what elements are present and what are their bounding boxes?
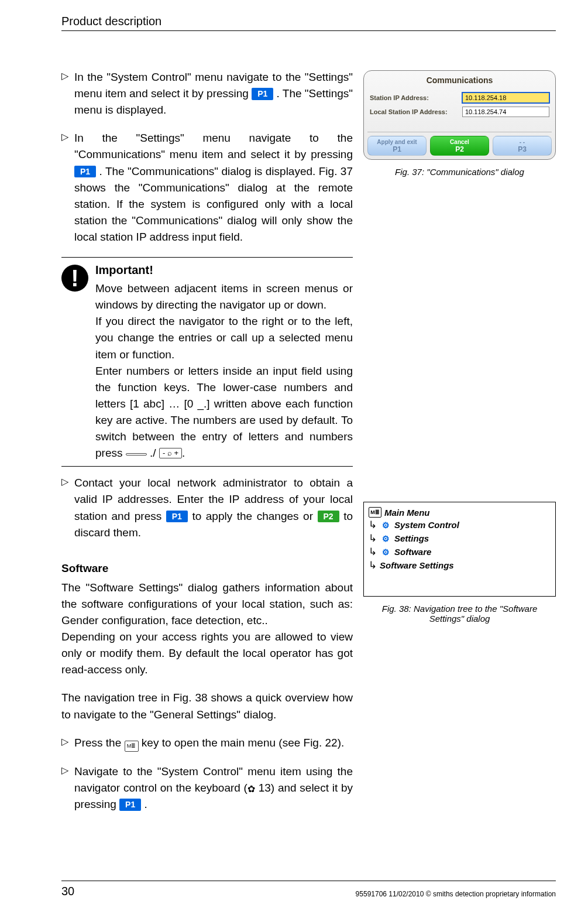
apply-and-exit-button[interactable]: Apply and exit P1	[367, 136, 427, 156]
button-label: Apply and exit	[369, 139, 425, 146]
step-bullet: ▷	[61, 130, 74, 245]
note-title: Important!	[95, 263, 353, 277]
p2-key: P2	[318, 511, 339, 523]
gear-icon: ⚙	[380, 533, 391, 544]
communications-dialog: Communications Station IP Address: Local…	[363, 70, 556, 160]
p1-key: P1	[252, 88, 273, 100]
step-bullet: ▷	[61, 69, 74, 118]
nav-tree-figure: M≣ Main Menu ↳ ⚙ System Control ↳ ⚙ Sett…	[363, 502, 556, 597]
button-key: P3	[494, 146, 550, 154]
subarrow-icon: ↳	[369, 559, 377, 571]
header-rule	[61, 30, 556, 31]
body-paragraph: The "Software Settings" dialog gathers i…	[61, 580, 353, 629]
page-number: 30	[61, 885, 74, 898]
local-station-ip-label: Local Station IP Address:	[370, 108, 458, 115]
p1-key: P1	[166, 511, 188, 523]
text-fragment: .	[182, 447, 185, 459]
exclamation-icon: !	[61, 265, 88, 292]
note-paragraph: Move between adjacent items in screen me…	[95, 280, 353, 313]
noop-button[interactable]: - - P3	[493, 136, 552, 156]
step-item: ▷ In the "System Control" menu navigate …	[61, 69, 353, 118]
body-paragraph: Depending on your access rights you are …	[61, 629, 353, 678]
step-item: ▷ Contact your local network administrat…	[61, 475, 353, 540]
body-paragraph: The navigation tree in Fig. 38 shows a q…	[61, 690, 353, 722]
button-key: P1	[369, 146, 425, 154]
subarrow-icon: ↳	[369, 532, 377, 544]
menu-key-icon: M≣	[125, 741, 139, 752]
step-item: ▷ Navigate to the "System Control" menu …	[61, 763, 353, 813]
button-label: Cancel	[432, 139, 487, 146]
figure-38-caption: Fig. 38: Navigation tree to the "Softwar…	[363, 604, 556, 624]
step-bullet: ▷	[61, 475, 74, 540]
pointer-icon: ✿	[247, 782, 255, 796]
step-text: In the "System Control" menu navigate to…	[74, 69, 353, 118]
text-fragment: In the "Settings" menu navigate to the "…	[74, 132, 353, 160]
p1-key: P1	[119, 799, 141, 811]
figure-37-caption: Fig. 37: "Communications" dialog	[363, 167, 556, 177]
text-fragment: ./	[150, 447, 159, 459]
button-key: P2	[432, 146, 487, 154]
text-fragment: to apply the changes or	[192, 510, 317, 522]
note-paragraph: Enter numbers or letters inside an input…	[95, 363, 353, 462]
button-label: - -	[494, 139, 550, 146]
step-text: In the "Settings" menu navigate to the "…	[74, 130, 353, 245]
important-note: ! Important! Move between adjacent items…	[61, 263, 353, 461]
step-item: ▷ Press the M≣ key to open the main menu…	[61, 735, 353, 752]
text-fragment: Enter numbers or letters inside an input…	[95, 365, 353, 460]
step-item: ▷ In the "Settings" menu navigate to the…	[61, 130, 353, 245]
page-header: Product description	[61, 15, 556, 28]
nav-tree-label: Main Menu	[384, 508, 430, 518]
note-paragraph: If you direct the navigator to the right…	[95, 313, 353, 362]
nav-tree-label: Software	[394, 547, 431, 557]
station-ip-label: Station IP Address:	[370, 94, 458, 101]
step-text: Press the M≣ key to open the main menu (…	[74, 735, 344, 752]
gear-icon: ⚙	[380, 519, 391, 531]
step-text: Navigate to the "System Control" menu it…	[74, 763, 353, 813]
nav-tree-label: Settings	[394, 533, 429, 543]
blank-key	[126, 453, 147, 456]
cancel-button[interactable]: Cancel P2	[430, 136, 489, 156]
nav-tree-label: Software Settings	[380, 560, 454, 570]
text-fragment: .	[145, 798, 147, 810]
step-bullet: ▷	[61, 763, 74, 813]
local-station-ip-input[interactable]	[462, 107, 549, 117]
text-fragment: . The "Communications" dialog is display…	[74, 165, 353, 243]
gear-icon: ⚙	[380, 546, 391, 558]
zoom-key: - ⌕ +	[159, 448, 182, 458]
text-fragment: Press the	[74, 737, 125, 749]
note-bottom-rule	[61, 466, 353, 467]
text-fragment: key to open the main menu (see Fig. 22).	[142, 737, 344, 749]
software-heading: Software	[61, 562, 353, 575]
step-bullet: ▷	[61, 735, 74, 752]
nav-tree-label: System Control	[394, 520, 459, 530]
menu-icon: M≣	[369, 507, 381, 518]
copyright-line: 95591706 11/02/2010 © smiths detection p…	[356, 890, 556, 898]
dialog-title: Communications	[364, 71, 555, 91]
note-top-rule	[61, 257, 353, 258]
subarrow-icon: ↳	[369, 519, 377, 531]
p1-key: P1	[74, 166, 96, 178]
subarrow-icon: ↳	[369, 546, 377, 558]
station-ip-input[interactable]	[462, 93, 549, 103]
step-text: Contact your local network administrator…	[74, 475, 353, 540]
page-footer: 30 95591706 11/02/2010 © smiths detectio…	[61, 881, 556, 898]
